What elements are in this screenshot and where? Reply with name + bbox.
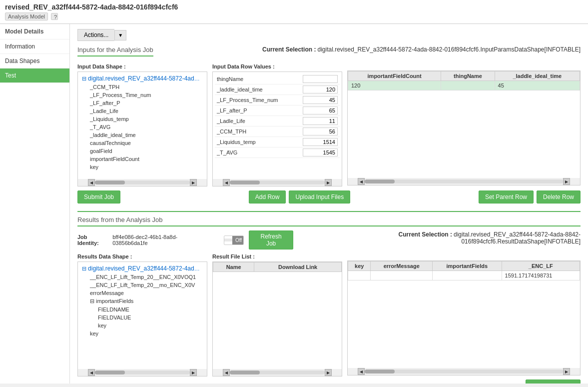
- results-tree-important[interactable]: ⊟ importantFields: [80, 297, 205, 306]
- job-identity-value: bff4e086-dec2-46b1-8a8d-03856b6da1fe: [112, 234, 204, 246]
- tree-item-liquidus[interactable]: _Liquidus_temp: [80, 115, 205, 123]
- row-value-lf-process: _LF_Process_Time_num: [215, 95, 340, 106]
- results-tree-enc1[interactable]: __ENC_LF_Lift_Temp_20__ENC_X0VOQ1: [80, 273, 205, 281]
- rt-scroll-right[interactable]: ▶: [190, 369, 197, 376]
- tavg-input[interactable]: [303, 148, 338, 156]
- input-data-table-panel: importantFieldCount thingName _laddle_id…: [347, 64, 581, 186]
- table-scroll-right[interactable]: ▶: [563, 178, 570, 185]
- input-row-values-label: Input Data Row Values :: [212, 64, 342, 70]
- tree-item-ladle-life[interactable]: _Ladle_Life: [80, 107, 205, 115]
- col-download: Download Link: [254, 262, 342, 272]
- col-important-count: importantFieldCount: [348, 72, 441, 81]
- ccm-tph-input[interactable]: [303, 128, 338, 136]
- tree-item-key[interactable]: key: [80, 163, 205, 171]
- results-tree-fieldname[interactable]: FIELDNAME: [80, 306, 205, 314]
- scroll-left-arrow[interactable]: ◀: [88, 179, 95, 186]
- results-panels: Results Data Shape : ⊟ digital.revised_R…: [77, 254, 581, 376]
- tree-item-lf-after[interactable]: _LF_after_P: [80, 99, 205, 107]
- results-tree-key[interactable]: key: [80, 330, 205, 338]
- sidebar-item-data-shapes[interactable]: Data Shapes: [0, 54, 69, 68]
- results-section-title: Results from the Analysis Job: [77, 216, 581, 226]
- actions-dropdown-arrow[interactable]: ▼: [114, 30, 126, 40]
- results-table: key errorMessage importantFields _ENC_LF: [348, 261, 580, 280]
- job-info-bar: Job Identity: bff4e086-dec2-46b1-8a8d-03…: [77, 230, 581, 250]
- results-table-scrollbar: ◀ ▶: [348, 368, 580, 375]
- page-title: revised_REV_a32ff444-5872-4ada-8842-016f…: [5, 3, 583, 11]
- lf-process-input[interactable]: [303, 96, 338, 104]
- tree-item-laddle-ideal[interactable]: _laddle_ideal_time: [80, 131, 205, 139]
- col-name: Name: [213, 262, 254, 272]
- sidebar-item-information[interactable]: Information: [0, 40, 69, 54]
- rv-scroll-down[interactable]: ▶: [325, 179, 332, 186]
- tree-item-important-count[interactable]: importantFieldCount: [80, 155, 205, 163]
- laddle-ideal-input[interactable]: [303, 86, 338, 94]
- toggle-track: [224, 238, 232, 242]
- tree-item-causal[interactable]: causalTechnique: [80, 139, 205, 147]
- inputs-current-selection: Current Selection : digital.revised_REV_…: [262, 46, 581, 53]
- rt-tbl-scroll-right[interactable]: ▶: [563, 368, 570, 375]
- add-row-button[interactable]: Add Row: [249, 190, 286, 204]
- results-current-selection: Current Selection : digital.revised_REV_…: [303, 231, 581, 245]
- table-row[interactable]: 120 45: [348, 81, 580, 90]
- results-section: Results from the Analysis Job Job Identi…: [77, 211, 581, 384]
- scroll-right-arrow[interactable]: ▶: [190, 179, 197, 186]
- rv-scroll-up[interactable]: ◀: [223, 179, 230, 186]
- job-identity-label: Job Identity:: [77, 234, 107, 246]
- row-value-tavg: _T_AVG: [215, 148, 340, 158]
- results-tree-key2[interactable]: key: [80, 322, 205, 330]
- help-icon[interactable]: ?: [51, 13, 58, 20]
- tree-item-lf-process[interactable]: _LF_Process_Time_num: [80, 91, 205, 99]
- set-parent-row-button[interactable]: Set Parent Row: [479, 190, 534, 204]
- results-table-row[interactable]: 1591.17174198731: [348, 271, 580, 280]
- tree-item-ccm-tph[interactable]: _CCM_TPH: [80, 83, 205, 91]
- table-scroll-left[interactable]: ◀: [358, 178, 365, 185]
- input-data-shape-label: Input Data Shape :: [77, 64, 207, 70]
- file-list-table: Name Download Link: [213, 262, 342, 272]
- results-action-buttons: Set Parent Row: [77, 380, 581, 384]
- delete-row-button[interactable]: Delete Row: [537, 190, 581, 204]
- result-file-list-table: Name Download Link ◀: [212, 262, 342, 376]
- sidebar: Model Details Information Data Shapes Te…: [0, 24, 70, 384]
- results-set-parent-row-button[interactable]: Set Parent Row: [526, 380, 581, 384]
- fl-scroll-right[interactable]: ▶: [325, 369, 332, 376]
- inputs-section-title: Inputs for the Analysis Job: [77, 46, 153, 56]
- results-tree-error[interactable]: errorMessage: [80, 289, 205, 297]
- actions-bar: Actions... ▼: [77, 29, 581, 41]
- row-value-lf-after: _LF_after_P: [215, 106, 340, 116]
- results-tree-enc2[interactable]: __ENC_LF_Lift_Temp_20__mo_ENC_X0V: [80, 281, 205, 289]
- upload-input-files-button[interactable]: Upload Input Files: [289, 190, 350, 204]
- liquidus-input[interactable]: [303, 138, 338, 146]
- ladle-life-input[interactable]: [303, 117, 338, 125]
- rcol-enc: _ENC_LF: [502, 262, 580, 271]
- thingname-input[interactable]: [303, 75, 338, 83]
- tree-item-goal[interactable]: goalField: [80, 147, 205, 155]
- input-data-row-panel: Input Data Row Values : thingName _laddl…: [212, 64, 342, 186]
- main-content: Actions... ▼ Inputs for the Analysis Job…: [70, 24, 588, 384]
- fl-scroll-left[interactable]: ◀: [223, 369, 230, 376]
- result-file-list-label: Result File List :: [212, 254, 342, 260]
- input-action-buttons: Submit Job Add Row Upload Input Files Se…: [77, 190, 581, 204]
- results-filelist-panel: Result File List : Name Download Link: [212, 254, 342, 376]
- toggle-control[interactable]: Off: [224, 236, 244, 245]
- lf-after-input[interactable]: [303, 106, 338, 114]
- row-value-liquidus: _Liquidus_temp: [215, 137, 340, 148]
- rcol-important: importantFields: [433, 262, 502, 271]
- results-tree-root[interactable]: ⊟ digital.revised_REV_a32ff444-5872-4ada…: [80, 264, 205, 273]
- results-shape-panel: Results Data Shape : ⊟ digital.revised_R…: [77, 254, 207, 376]
- row-values-container: thingName _laddle_ideal_time _LF_Process…: [212, 72, 342, 186]
- results-tree-fieldvalue[interactable]: FIELDVALUE: [80, 314, 205, 322]
- results-tree: ⊟ digital.revised_REV_a32ff444-5872-4ada…: [77, 262, 207, 376]
- tree-root-item[interactable]: ⊟ digital.revised_REV_a32ff444-5872-4ada…: [80, 74, 205, 83]
- inputs-section: Inputs for the Analysis Job Current Sele…: [77, 46, 581, 204]
- tree-item-tavg[interactable]: _T_AVG: [80, 123, 205, 131]
- rt-tbl-scroll-left[interactable]: ◀: [358, 368, 365, 375]
- sidebar-item-test[interactable]: Test: [0, 68, 69, 83]
- rt-scroll-left[interactable]: ◀: [88, 369, 95, 376]
- submit-job-button[interactable]: Submit Job: [77, 190, 120, 204]
- rcol-key: key: [348, 262, 371, 271]
- results-data-table-panel: key errorMessage importantFields _ENC_LF: [347, 254, 581, 376]
- toggle-label: Off: [232, 236, 244, 244]
- refresh-job-button[interactable]: Refresh Job: [249, 230, 294, 250]
- sidebar-header: Model Details: [0, 24, 69, 40]
- actions-button[interactable]: Actions...: [77, 29, 114, 41]
